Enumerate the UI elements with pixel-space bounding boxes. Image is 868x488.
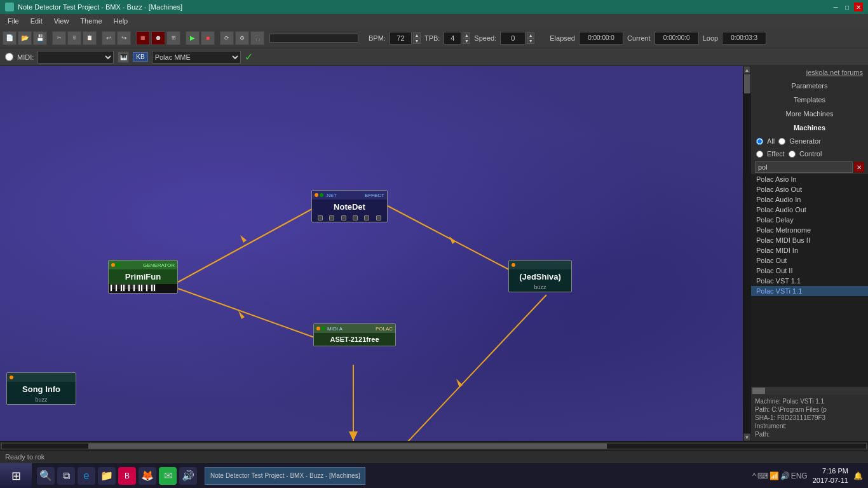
hscrollbar-thumb[interactable] — [88, 444, 607, 449]
speed-spinner[interactable]: ▲▼ — [527, 32, 534, 44]
scroll-thumb[interactable] — [744, 74, 750, 93]
midi-icon1[interactable]: 🎹 — [118, 51, 129, 63]
copy-button[interactable]: ⎘ — [67, 31, 81, 45]
machine-list-item[interactable]: Polac MIDI In — [751, 245, 868, 255]
midi-channel-select[interactable] — [37, 51, 114, 64]
tab-more-machines[interactable]: More Machines — [751, 107, 868, 121]
clock-date: 2017-07-11 — [813, 476, 848, 485]
machine-search-input[interactable] — [755, 161, 853, 173]
play-button[interactable]: ▶ — [186, 31, 200, 45]
menu-theme[interactable]: Theme — [75, 16, 107, 26]
panel-scrollbar[interactable] — [751, 386, 868, 394]
open-button[interactable]: 📂 — [18, 31, 32, 45]
menu-help[interactable]: Help — [109, 16, 133, 26]
machine-jedshiva[interactable]: (JedShiva) buzz — [508, 260, 572, 292]
maximize-button[interactable]: □ — [843, 3, 851, 11]
midi-confirm[interactable]: ✓ — [245, 51, 253, 63]
vertical-scrollbar[interactable]: ▲ ▼ — [743, 66, 750, 441]
taskbar-app1[interactable]: B — [118, 467, 136, 485]
undo-button[interactable]: ↩ — [102, 31, 116, 45]
network-icon[interactable]: 📶 — [770, 471, 779, 480]
active-app-button[interactable]: Note Detector Test Project - BMX - Buzz … — [205, 467, 365, 485]
start-button[interactable]: ⊞ — [0, 463, 32, 489]
scroll-up[interactable]: ▲ — [743, 66, 751, 74]
menu-edit[interactable]: Edit — [25, 16, 48, 26]
horizontal-scrollbar[interactable] — [0, 441, 868, 450]
machine-list-item[interactable]: Polac Asio In — [751, 174, 868, 184]
save-button[interactable]: 💾 — [33, 31, 47, 45]
taskbar-file-mgr[interactable]: 📁 — [98, 467, 116, 485]
volume-icon[interactable]: 🔊 — [780, 471, 790, 480]
menu-file[interactable]: File — [3, 16, 24, 26]
taskbar-app2[interactable]: ✉ — [159, 467, 177, 485]
record-button[interactable]: ⏺ — [151, 31, 165, 45]
radio-all[interactable] — [756, 138, 763, 145]
scroll-down[interactable]: ▼ — [743, 433, 751, 441]
taskbar-clock[interactable]: 7:16 PM 2017-07-11 — [813, 466, 848, 485]
machine-list-item[interactable]: Polac Asio Out — [751, 184, 868, 194]
taskbar-task-view[interactable]: ⧉ — [57, 467, 75, 485]
machine-list-item[interactable]: Polac Delay — [751, 215, 868, 225]
keyboard-icon[interactable]: ⌨ — [757, 471, 768, 480]
machine-songinfo[interactable]: Song Info buzz — [6, 372, 76, 405]
loop-button[interactable]: ⟳ — [220, 31, 234, 45]
machine-notedet[interactable]: .NET EFFECT NoteDet — [311, 190, 388, 222]
machine-list-item[interactable]: Polac Audio In — [751, 194, 868, 205]
hscrollbar-track[interactable] — [1, 443, 867, 449]
pattern-button[interactable]: ▦ — [136, 31, 150, 45]
chevron-up-icon[interactable]: ^ — [752, 471, 756, 480]
redo-button[interactable]: ↪ — [117, 31, 131, 45]
machine-list-item[interactable]: Polac Metronome — [751, 225, 868, 235]
radio-control-label: Control — [799, 150, 822, 158]
info-instrument: Instrument: — [755, 422, 864, 430]
primifun-name: PrimiFun — [109, 269, 177, 284]
stop-button[interactable]: ■ — [201, 31, 215, 45]
tpb-value: 4 — [444, 32, 461, 44]
midi-device-select[interactable]: Polac MME — [152, 51, 241, 64]
machine-aset[interactable]: MIDI A POLAC ASET-2121free — [313, 323, 396, 346]
machine-list-item[interactable]: Polac VSTi 1.1 — [751, 286, 868, 296]
machine-list-item[interactable]: Polac VST 1.1 — [751, 276, 868, 286]
canvas-area[interactable]: .NET EFFECT NoteDet (JedShiva) — [0, 66, 743, 441]
headphones-button[interactable]: 🎧 — [250, 31, 264, 45]
radio-effect[interactable] — [756, 151, 763, 158]
toolbar: 📄 📂 💾 ✂ ⎘ 📋 ↩ ↪ ▦ ⏺ ⊞ ▶ ■ ⟳ ⚙ 🎧 BPM: 72 … — [0, 28, 868, 48]
minimize-button[interactable]: ─ — [831, 3, 840, 11]
search-clear-button[interactable]: ✕ — [854, 162, 864, 172]
notification-icon[interactable]: 🔔 — [853, 471, 863, 480]
radio-generator[interactable] — [778, 138, 785, 145]
machine-primifun[interactable]: GENERATOR PrimiFun — [108, 260, 178, 294]
tab-parameters[interactable]: Parameters — [751, 79, 868, 93]
machine-list-item[interactable]: Polac Out II — [751, 266, 868, 276]
paste-button[interactable]: 📋 — [83, 31, 97, 45]
tab-templates[interactable]: Templates — [751, 93, 868, 107]
tpb-spinner[interactable]: ▲▼ — [463, 32, 470, 44]
machine-list-item[interactable]: Polac Out — [751, 255, 868, 266]
close-button[interactable]: ✕ — [854, 3, 863, 11]
radio-control[interactable] — [789, 151, 796, 158]
tab-machines[interactable]: Machines — [751, 121, 868, 135]
new-button[interactable]: 📄 — [3, 31, 17, 45]
playback-progress[interactable] — [269, 34, 358, 43]
info-machine-value: Polac VSTi 1.1 — [782, 398, 824, 405]
menu-view[interactable]: View — [49, 16, 74, 26]
taskbar-edge[interactable]: e — [78, 467, 95, 485]
taskbar-audio[interactable]: 🔊 — [179, 467, 197, 485]
speed-value: 0 — [500, 32, 526, 44]
settings-button[interactable]: ⚙ — [235, 31, 249, 45]
svg-line-2 — [388, 206, 515, 273]
forum-link[interactable]: jeskola.net forums — [751, 66, 868, 79]
machine-list-item[interactable]: Polac Audio Out — [751, 205, 868, 215]
machine-list[interactable]: Polac Asio InPolac Asio OutPolac Audio I… — [751, 174, 868, 386]
bpm-spinner[interactable]: ▲▼ — [413, 32, 421, 44]
taskbar-search[interactable]: 🔍 — [37, 467, 55, 485]
machines-view[interactable]: ⊞ — [166, 31, 180, 45]
scroll-track[interactable] — [743, 74, 751, 433]
taskbar-firefox[interactable]: 🦊 — [139, 467, 156, 485]
machine-list-item[interactable]: Polac MIDI Bus II — [751, 235, 868, 245]
midi-radio[interactable] — [5, 53, 13, 61]
cut-button[interactable]: ✂ — [52, 31, 66, 45]
panel-scrollbar-thumb[interactable] — [752, 388, 765, 394]
taskbar-right: ^ ⌨ 📶 🔊 ENG 7:16 PM 2017-07-11 🔔 — [747, 466, 868, 485]
lang-label: ENG — [791, 471, 808, 480]
